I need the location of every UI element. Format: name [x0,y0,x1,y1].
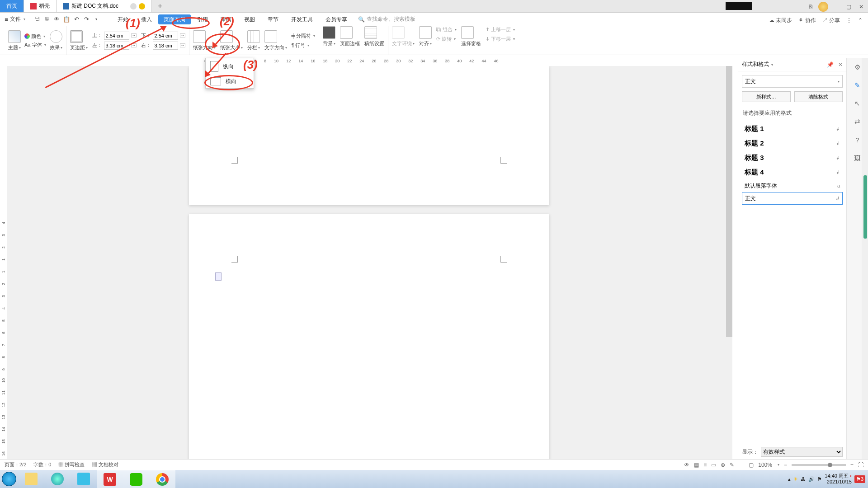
orientation-button[interactable]: 纸张方向▾ [193,44,216,51]
status-page[interactable]: 页面：2/2 [5,461,26,468]
view-eye-icon[interactable]: 👁 [684,462,689,468]
ruler-horizontal[interactable]: 6422468101214161820222426283032343638404… [7,58,130,66]
collapse-ribbon-icon[interactable]: ⌃ [858,17,863,23]
tab-document[interactable]: 新建 DOC 文档.doc [57,0,152,12]
qat-preview-icon[interactable]: 👁 [52,14,61,24]
grid-button[interactable]: 稿纸设置 [364,40,384,47]
spinner-icon[interactable]: ▴▾ [131,43,137,47]
sync-status[interactable]: ☁ 未同步 [769,17,792,24]
fullscreen-icon[interactable]: ⛶ [858,462,863,468]
margin-right-input[interactable] [153,42,178,50]
zoom-out-button[interactable]: − [784,462,787,468]
tab-view[interactable]: 视图 [238,13,261,26]
pin-icon[interactable]: 📌 [827,61,834,68]
tab-daoke[interactable]: 稻壳 [24,0,57,12]
theme-button[interactable]: 主题▾ [8,44,21,51]
view-page-icon[interactable]: ▤ [694,462,699,468]
effect-button[interactable]: 效果▾ [50,44,62,51]
tb-ie[interactable] [44,470,71,488]
tray-clock[interactable]: 14:40 周五 • 2021/10/15 [825,473,852,485]
more-icon[interactable]: ⋮ [846,17,852,23]
status-spell[interactable]: ▦ 拼写检查 [58,461,85,468]
tb-explorer[interactable] [18,470,44,488]
style-heading-2[interactable]: 标题 2↲ [742,136,843,150]
side-settings-icon[interactable]: ⇄ [853,117,863,127]
spinner-icon[interactable]: ▴▾ [131,33,137,38]
section-hint-icon[interactable] [215,272,222,281]
status-proof[interactable]: ▦ 文档校对 [92,461,118,468]
maximize-button[interactable]: ▢ [844,2,854,12]
view-focus-icon[interactable]: ✎ [730,462,734,468]
hamburger-icon[interactable]: ≡ [5,16,8,23]
app-switch-icon[interactable]: ⎘ [806,2,816,12]
qat-paste-icon[interactable]: 📋 [61,14,71,24]
side-help-icon[interactable]: ? [853,135,863,145]
tab-home[interactable]: 首页 [0,0,24,12]
tb-cloud[interactable] [71,470,97,488]
align-button[interactable]: 对齐▾ [419,40,432,47]
style-heading-3[interactable]: 标题 3↲ [742,150,843,165]
style-heading-4[interactable]: 标题 4↲ [742,165,843,179]
redo-button[interactable]: ↷ [81,14,91,24]
style-heading-1[interactable]: 标题 1↲ [742,122,843,136]
zoom-slider[interactable] [792,464,846,466]
tray-action-icon[interactable]: ⚑3 [854,475,865,483]
qat-drop-icon[interactable]: ▾ [91,14,101,24]
tray-flag-icon[interactable]: ⚑ [817,476,822,482]
tab-page-layout[interactable]: 页面布局 [158,14,191,24]
new-tab-button[interactable]: ＋ [152,0,168,12]
zoom-in-button[interactable]: + [850,462,854,468]
border-button[interactable]: 页面边框 [340,40,360,47]
style-default-font[interactable]: 默认段落字体a [742,179,843,192]
spinner-icon[interactable]: ▴▾ [180,43,185,47]
qat-save-icon[interactable]: 🖫 [32,14,42,24]
page-2[interactable] [189,214,549,474]
tab-references[interactable]: 引用 [191,13,214,26]
text-dir-button[interactable]: 文字方向▾ [264,44,287,51]
document-area[interactable] [7,66,732,474]
tab-member[interactable]: 会员专享 [319,13,354,26]
view-web-icon[interactable]: ⊕ [721,462,725,468]
tb-chrome[interactable] [149,470,175,488]
ruler-vertical[interactable]: 43211234567891011121314151617181920 [0,66,7,474]
minimize-button[interactable]: — [831,2,841,12]
color-button[interactable]: 颜色▾ [24,33,46,40]
clear-format-button[interactable]: 清除格式 [794,91,843,102]
zoom-knob[interactable] [828,463,832,467]
zoom-value[interactable]: 100% [758,462,772,468]
tb-wechat[interactable] [123,470,149,488]
tab-sync-icon[interactable] [130,3,137,9]
ad-banner[interactable] [726,2,752,10]
scroll-thumb[interactable] [726,66,732,337]
side-select-icon[interactable]: ↖ [853,99,863,108]
share-button[interactable]: ↗ 分享 [822,17,840,24]
new-style-button[interactable]: 新样式… [742,91,791,102]
outer-scrollbar[interactable] [862,58,868,459]
current-style-select[interactable]: 正文▾ [742,75,843,88]
outer-scroll-thumb[interactable] [863,175,867,239]
show-select[interactable]: 有效样式 [761,447,843,457]
tray-up-icon[interactable]: ▴ [788,476,791,482]
style-body[interactable]: 正文↲ [742,192,843,205]
fit-icon[interactable]: ▢ [749,462,754,468]
size-button[interactable]: 纸张大小▾ [220,44,243,51]
line-number-button[interactable]: ¶行号▾ [292,42,316,49]
margin-left-input[interactable] [104,42,129,50]
margins-button[interactable]: 页边距▾ [70,44,88,51]
view-read-icon[interactable]: ▭ [711,462,716,468]
margin-top-input[interactable] [104,32,129,40]
file-menu[interactable]: 文件 [10,15,21,23]
view-outline-icon[interactable]: ≡ [703,462,707,468]
tray-sound-icon[interactable]: 🔊 [808,476,815,482]
columns-button[interactable]: 分栏▾ [247,44,260,51]
status-words[interactable]: 字数：0 [33,461,51,468]
tray-net-icon[interactable]: 🖧 [801,476,806,482]
collab-button[interactable]: ⚘ 协作 [798,17,816,24]
avatar[interactable] [818,2,828,12]
tb-wps[interactable]: W [97,470,123,488]
sel-pane-button[interactable]: 选择窗格 [461,40,481,47]
orientation-landscape[interactable]: 横向 [206,75,254,88]
doc-scrollbar[interactable] [726,66,732,474]
spinner-icon[interactable]: ▴▾ [180,33,185,38]
breaks-button[interactable]: ╪分隔符▾ [292,33,316,39]
